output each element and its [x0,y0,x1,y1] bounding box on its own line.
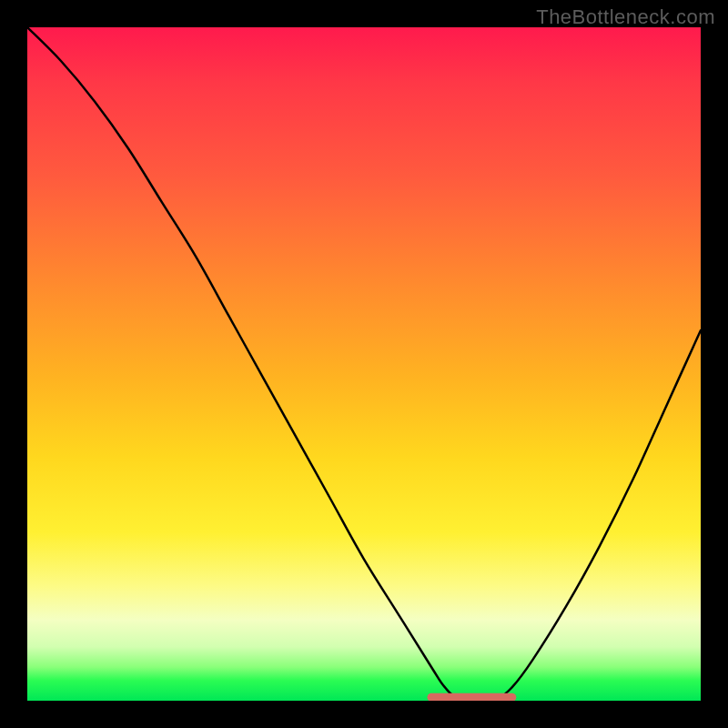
watermark-text: TheBottleneck.com [536,5,715,29]
curve-layer [27,27,701,701]
chart-frame: TheBottleneck.com [0,0,728,728]
bottleneck-curve-path [27,27,701,698]
plot-area [27,27,701,701]
